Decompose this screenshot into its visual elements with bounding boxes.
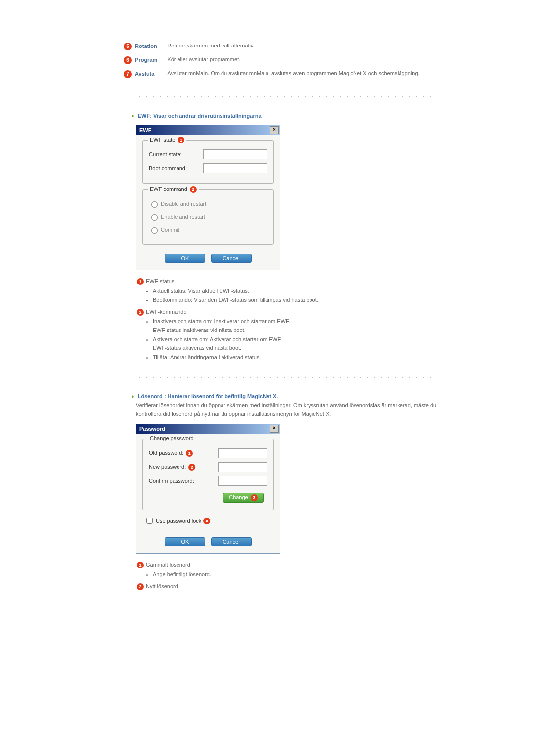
- pwd-heading: ● Lösenord : Hanterar lösenord för befin…: [131, 393, 467, 399]
- badge-4-icon: 4: [203, 518, 210, 524]
- old-password-label: Old password:: [149, 450, 183, 456]
- ewf-status-title: EWF-status: [146, 277, 174, 286]
- badge-2-icon: 2: [137, 309, 144, 316]
- change-button[interactable]: Change 3: [223, 493, 264, 503]
- old-pwd-title: Gammalt lösenord: [146, 561, 190, 569]
- current-state-input[interactable]: [203, 149, 267, 159]
- boot-command-label: Boot command:: [149, 165, 203, 171]
- term-rotation: Rotation: [135, 43, 163, 49]
- pwd-subtext: Verifierar lösenordet innan du öppnar sk…: [136, 401, 443, 418]
- ewf-cmd-b2: Aktivera och starta om: Aktiverar och st…: [153, 335, 467, 353]
- badge-5-icon: 5: [124, 43, 132, 50]
- boot-command-input[interactable]: [203, 163, 267, 173]
- new-password-label: New password:: [149, 464, 186, 470]
- new-pwd-title: Nytt lösenord: [146, 582, 178, 591]
- desc-program: Kör eller avslutar programmet.: [167, 53, 423, 67]
- radio-commit[interactable]: Commit: [149, 226, 267, 234]
- badge-1-icon: 1: [137, 278, 144, 285]
- old-pwd-b1: Ange befintligt lösenord.: [153, 570, 467, 579]
- change-password-group: Change password Old password: 1 New pass…: [142, 439, 274, 510]
- badge-2-icon: 2: [137, 583, 144, 590]
- radio-enable[interactable]: Enable and restart: [149, 213, 267, 221]
- password-dialog: Password × Change password Old password:…: [136, 424, 280, 554]
- separator-icon: [136, 377, 433, 378]
- term-program: Program: [135, 57, 163, 63]
- close-icon[interactable]: ×: [270, 425, 279, 433]
- badge-2-icon: 2: [190, 186, 197, 193]
- ewf-explain: 1 EWF-status Aktuell status: Visar aktue…: [136, 277, 467, 362]
- badge-2-icon: 2: [188, 464, 195, 471]
- use-password-lock-checkbox[interactable]: Use password lock 4: [144, 516, 274, 525]
- badge-1-icon: 1: [137, 562, 144, 568]
- pwd-explain: 1 Gammalt lösenord Ange befintligt lösen…: [136, 561, 467, 591]
- ewf-heading: ● EWF: Visar och ändrar drivrutinsinstäl…: [131, 113, 467, 119]
- ewf-dialog-title: EWF: [139, 125, 151, 135]
- desc-avsluta: Avslutar mnMain. Om du avslutar mnMain, …: [167, 67, 423, 81]
- old-password-input[interactable]: [218, 448, 267, 458]
- ewf-ok-button[interactable]: OK: [165, 254, 205, 263]
- bullet-icon: ●: [131, 113, 134, 119]
- current-state-label: Current state:: [149, 151, 203, 157]
- password-titlebar: Password ×: [136, 424, 280, 434]
- badge-1-icon: 1: [186, 450, 193, 457]
- ewf-state-group: EWF state 1 Current state: Boot command:: [142, 140, 274, 184]
- ewf-command-legend: EWF command: [150, 186, 187, 192]
- close-icon[interactable]: ×: [270, 126, 279, 134]
- ewf-titlebar: EWF ×: [136, 125, 280, 135]
- pwd-cancel-button[interactable]: Cancel: [211, 537, 252, 546]
- ewf-command-group: EWF command 2 Disable and restart Enable…: [142, 189, 274, 245]
- ewf-status-b2: Bootkommando: Visar den EWF-status som t…: [153, 296, 467, 305]
- ewf-state-legend: EWF state: [150, 137, 175, 142]
- new-password-input[interactable]: [218, 462, 267, 472]
- badge-3-icon: 3: [251, 494, 258, 501]
- confirm-password-input[interactable]: [218, 476, 267, 486]
- ewf-dialog: EWF × EWF state 1 Current state: Boot co…: [136, 125, 280, 270]
- change-password-legend: Change password: [148, 435, 196, 441]
- ewf-cmd-title: EWF-kommando: [146, 308, 187, 317]
- pwd-ok-button[interactable]: OK: [165, 537, 205, 546]
- badge-7-icon: 7: [124, 70, 132, 78]
- badge-6-icon: 6: [124, 56, 132, 64]
- badge-1-icon: 1: [178, 137, 184, 143]
- confirm-password-label: Confirm password:: [149, 478, 218, 484]
- ewf-status-b1: Aktuell status: Visar aktuell EWF-status…: [153, 287, 467, 296]
- desc-rotation: Roterar skärmen med valt alternativ.: [167, 40, 423, 53]
- ewf-cmd-b3: Tillåta: Ändrar ändringarna i aktiverad …: [153, 353, 467, 362]
- ewf-cancel-button[interactable]: Cancel: [211, 254, 252, 263]
- definition-table: 5 Rotation Roterar skärmen med valt alte…: [124, 40, 424, 81]
- radio-disable[interactable]: Disable and restart: [149, 200, 267, 208]
- bullet-icon: ●: [131, 393, 134, 399]
- password-dialog-title: Password: [139, 424, 165, 434]
- ewf-cmd-b1: Inaktivera och starta om: Inaktiverar oc…: [153, 317, 467, 334]
- separator-icon: [136, 96, 433, 98]
- term-avsluta: Avsluta: [135, 71, 160, 77]
